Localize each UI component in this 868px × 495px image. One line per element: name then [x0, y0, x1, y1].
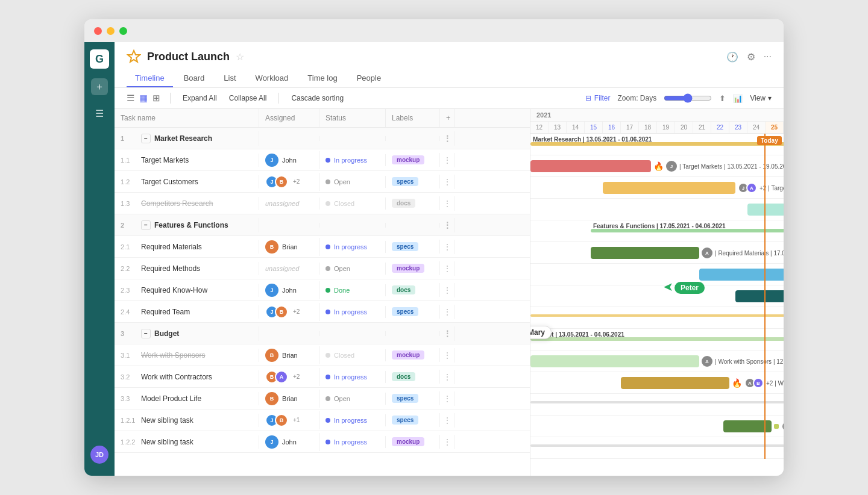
star-icon[interactable]: ☆ — [236, 51, 244, 63]
gantt-row-1-2-1: A B +1 | New sibling t... — [530, 416, 784, 437]
task-1-2-2-more[interactable]: ⋮ — [440, 435, 454, 449]
more-icon[interactable]: ··· — [764, 51, 772, 62]
task-1-1-status[interactable]: In progress — [319, 154, 386, 166]
task-2-3-more[interactable]: ⋮ — [440, 283, 454, 297]
task-2-3-status[interactable]: Done — [319, 284, 386, 296]
task-3-2-name[interactable]: Work with Contractors — [141, 373, 253, 381]
task-1-3-status[interactable]: Closed — [319, 198, 386, 210]
label-badge[interactable]: specs — [392, 242, 418, 251]
task-3-1-status[interactable]: Closed — [319, 349, 386, 361]
group-1-toggle[interactable]: − — [141, 134, 151, 143]
task-3-3-name-cell: 3.3 Model Product Life — [115, 392, 259, 405]
label-badge[interactable]: mockup — [392, 264, 424, 273]
close-button[interactable] — [94, 27, 102, 35]
task-1-3-more[interactable]: ⋮ — [440, 196, 454, 211]
label-badge[interactable]: mockup — [392, 155, 424, 164]
header-add[interactable]: + — [440, 109, 454, 127]
task-3-3-status[interactable]: Open — [319, 393, 386, 405]
task-1-2-name[interactable]: Target Customers — [141, 178, 253, 186]
filter-button[interactable]: ⊟ Filter — [585, 94, 611, 102]
status-dot — [326, 158, 330, 163]
label-badge[interactable]: specs — [392, 307, 418, 316]
tab-list[interactable]: List — [215, 70, 244, 87]
group-3-more[interactable]: ⋮ — [440, 326, 454, 341]
task-1-1-name[interactable]: Target Markets — [141, 156, 253, 164]
task-2-2-more[interactable]: ⋮ — [440, 261, 454, 276]
task-2-4-status[interactable]: In progress — [319, 306, 386, 318]
group-3-toggle[interactable]: − — [141, 329, 151, 338]
gantt-bar-2-3[interactable] — [735, 290, 784, 302]
label-badge[interactable]: specs — [392, 416, 418, 425]
settings-icon[interactable]: ⚙ — [747, 51, 755, 63]
sidebar-menu-icon[interactable]: ☰ — [91, 105, 108, 122]
task-3-1-num: 3.1 — [121, 352, 137, 359]
task-3-1-more[interactable]: ⋮ — [440, 348, 454, 363]
gantt-bar-1-2[interactable] — [603, 182, 735, 194]
task-3-2-status[interactable]: In progress — [319, 371, 386, 383]
task-1-2-1-status[interactable]: In progress — [319, 414, 386, 426]
export-icon[interactable]: ⬆ — [719, 94, 726, 103]
sidebar-add-icon[interactable]: ＋ — [91, 78, 108, 95]
tab-people[interactable]: People — [348, 70, 389, 87]
maximize-button[interactable] — [119, 27, 127, 35]
task-2-1-status[interactable]: In progress — [319, 241, 386, 253]
label-badge[interactable]: mockup — [392, 437, 424, 446]
expand-all-button[interactable]: Expand All — [180, 93, 219, 104]
label-badge[interactable]: mockup — [392, 350, 424, 360]
gantt-label-market-research: Market Research | 13.05.2021 - 01.06.202… — [533, 136, 652, 143]
task-1-1-more[interactable]: ⋮ — [440, 153, 454, 167]
tab-board[interactable]: Board — [175, 70, 213, 87]
task-1-2-2-name[interactable]: New sibling task — [141, 438, 253, 446]
minimize-button[interactable] — [107, 27, 115, 35]
gantt-bar-3-1[interactable] — [530, 355, 699, 367]
task-2-1-name[interactable]: Required Materials — [141, 243, 253, 251]
view-button[interactable]: View ▾ — [750, 94, 772, 102]
group-3-num: 3 — [121, 330, 137, 337]
status-text: In progress — [334, 417, 367, 424]
gantt-bar-1-3[interactable] — [747, 204, 784, 216]
task-3-3-name[interactable]: Model Product Life — [141, 394, 253, 403]
logo[interactable]: G — [90, 49, 109, 69]
chart-icon[interactable]: 📊 — [733, 94, 743, 103]
group-2-toggle[interactable]: − — [141, 220, 151, 230]
label-badge[interactable]: docs — [392, 372, 415, 381]
task-1-2-more[interactable]: ⋮ — [440, 175, 454, 189]
task-2-2-name-cell: 2.2 Required Methods — [115, 262, 259, 275]
task-1-3-name[interactable]: Competitors Research — [141, 199, 253, 208]
task-3-2-more[interactable]: ⋮ — [440, 370, 454, 384]
timeline-view-icon[interactable]: ⊞ — [153, 93, 160, 104]
history-icon[interactable]: 🕐 — [726, 51, 738, 63]
task-2-1-more[interactable]: ⋮ — [440, 240, 454, 254]
group-2-more[interactable]: ⋮ — [440, 218, 454, 232]
grid-view-icon[interactable]: ▦ — [139, 93, 148, 104]
gantt-bar-3-2[interactable] — [621, 377, 729, 389]
task-2-4-more[interactable]: ⋮ — [440, 305, 454, 319]
list-view-icon[interactable]: ☰ — [127, 93, 134, 104]
task-2-2-status[interactable]: Open — [319, 263, 386, 275]
tab-timelog[interactable]: Time log — [299, 70, 345, 87]
gantt-bar-2-1[interactable] — [591, 247, 699, 259]
task-2-4-name[interactable]: Required Team — [141, 308, 253, 316]
task-2-3-name[interactable]: Required Know-How — [141, 286, 253, 294]
tab-timeline[interactable]: Timeline — [127, 70, 173, 87]
gantt-bar-2-2[interactable] — [699, 269, 784, 281]
task-3-3-more[interactable]: ⋮ — [440, 391, 454, 406]
zoom-slider[interactable] — [664, 93, 712, 103]
task-2-2-name[interactable]: Required Methods — [141, 264, 253, 273]
sidebar-user-avatar[interactable]: JD — [90, 446, 108, 464]
tab-workload[interactable]: Workload — [247, 70, 297, 87]
task-1-2-2-status[interactable]: In progress — [319, 436, 386, 448]
group-1-more[interactable]: ⋮ — [440, 131, 454, 146]
gantt-bar-1-1[interactable] — [530, 160, 651, 172]
label-badge[interactable]: specs — [392, 177, 418, 186]
label-badge[interactable]: specs — [392, 394, 418, 403]
label-badge[interactable]: docs — [392, 285, 415, 294]
cascade-sorting-button[interactable]: Cascade sorting — [289, 93, 346, 104]
collapse-all-button[interactable]: Collapse All — [227, 93, 269, 104]
gantt-body: Today Market Research | 13.05.2021 - 01.… — [530, 134, 784, 459]
task-1-2-status[interactable]: Open — [319, 176, 386, 188]
task-1-2-1-more[interactable]: ⋮ — [440, 413, 454, 428]
label-badge[interactable]: docs — [392, 199, 415, 208]
task-3-1-name[interactable]: Work with Sponsors — [141, 351, 253, 360]
task-1-2-1-name[interactable]: New sibling task — [141, 416, 253, 425]
